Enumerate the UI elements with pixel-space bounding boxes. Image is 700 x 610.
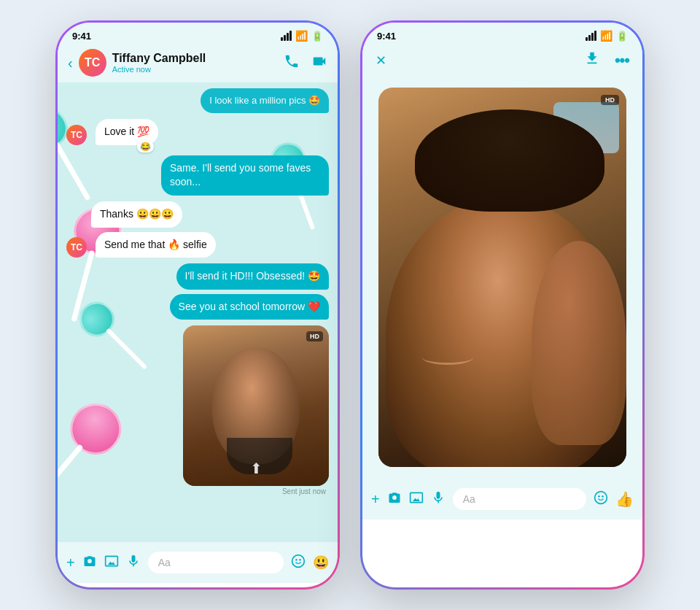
input-bar-left: + Aa 😃 bbox=[58, 542, 338, 583]
download-button[interactable] bbox=[584, 50, 600, 70]
svg-point-0 bbox=[292, 555, 305, 567]
status-icons-right: 📶 🔋 bbox=[586, 30, 628, 42]
message-input-left[interactable]: Aa bbox=[148, 552, 284, 574]
msg-row-3: Same. I'll send you some faves soon... bbox=[66, 155, 329, 196]
mic-icon-left[interactable] bbox=[126, 554, 141, 572]
input-placeholder-left: Aa bbox=[158, 557, 171, 568]
viewer-actions: ••• bbox=[584, 50, 629, 70]
contact-avatar: TC bbox=[79, 49, 106, 77]
signal-icon bbox=[281, 31, 292, 41]
viewer-header: ✕ ••• bbox=[362, 45, 642, 76]
wifi-icon-right: 📶 bbox=[600, 30, 612, 42]
msg-row-5: TC Send me that 🔥 selfie bbox=[66, 232, 329, 258]
viewer-area: HD bbox=[362, 76, 642, 479]
share-icon[interactable]: ⬆ bbox=[250, 460, 262, 477]
hd-badge-chat: HD bbox=[306, 331, 323, 341]
status-bar-right: 9:41 📶 🔋 bbox=[362, 23, 642, 45]
phone-right: 9:41 📶 🔋 ✕ ••• bbox=[360, 20, 645, 590]
phone-left: 9:41 📶 🔋 ‹ TC Tiffany Campbell Active no… bbox=[55, 20, 340, 590]
camera-icon-left[interactable] bbox=[82, 554, 97, 571]
svg-point-3 bbox=[595, 491, 607, 503]
time-left: 9:41 bbox=[72, 31, 91, 42]
mic-icon-right[interactable] bbox=[431, 490, 446, 509]
msg-row-4: Thanks 😀😀😀 bbox=[91, 201, 329, 228]
plus-icon-right[interactable]: + bbox=[371, 491, 380, 508]
time-right: 9:41 bbox=[377, 31, 396, 42]
emoji-icon-left[interactable] bbox=[291, 554, 306, 572]
battery-icon-right: 🔋 bbox=[616, 31, 628, 42]
bubble-5: Send me that 🔥 selfie bbox=[96, 232, 216, 258]
bubble-1: I look like a million pics 🤩 bbox=[201, 88, 329, 113]
sent-time: Sent just now bbox=[110, 487, 329, 495]
chat-header: ‹ TC Tiffany Campbell Active now bbox=[58, 45, 338, 82]
bubble-7: See you at school tomorrow ❤️ bbox=[170, 294, 329, 320]
msg-row-6: I'll send it HD!!! Obsessed! 🤩 bbox=[66, 263, 329, 290]
video-call-icon[interactable] bbox=[311, 53, 327, 73]
msg-avatar-2: TC bbox=[66, 125, 87, 145]
camera-icon-right[interactable] bbox=[387, 490, 402, 509]
input-bar-right: + Aa 👍 bbox=[362, 479, 642, 520]
svg-point-5 bbox=[602, 495, 604, 498]
plus-icon-left[interactable]: + bbox=[66, 555, 75, 571]
battery-icon: 🔋 bbox=[311, 31, 323, 42]
msg-row-2: TC Love it 💯 😂 bbox=[66, 119, 329, 145]
emoji-icon-right[interactable] bbox=[594, 490, 608, 509]
bubble-6: I'll send it HD!!! Obsessed! 🤩 bbox=[176, 263, 329, 290]
status-bar-left: 9:41 📶 🔋 bbox=[58, 23, 338, 45]
contact-name: Tiffany Campbell bbox=[112, 52, 278, 65]
msg-row-photo: HD ⬆ Sent just now bbox=[110, 325, 329, 495]
wifi-icon: 📶 bbox=[295, 30, 308, 42]
like-icon-right[interactable]: 👍 bbox=[615, 490, 634, 508]
msg-row-7: See you at school tomorrow ❤️ bbox=[66, 294, 329, 320]
contact-info: Tiffany Campbell Active now bbox=[112, 52, 278, 74]
phones-container: 9:41 📶 🔋 ‹ TC Tiffany Campbell Active no… bbox=[55, 20, 645, 590]
input-placeholder-right: Aa bbox=[463, 493, 475, 505]
bubble-4: Thanks 😀😀😀 bbox=[91, 201, 182, 228]
sticker-icon-left[interactable]: 😃 bbox=[313, 555, 329, 571]
viewer-hd-badge: HD bbox=[601, 95, 619, 105]
signal-icon-right bbox=[586, 31, 596, 41]
header-action-icons bbox=[284, 53, 327, 73]
message-input-right[interactable]: Aa bbox=[453, 488, 586, 510]
status-icons-left: 📶 🔋 bbox=[281, 30, 323, 42]
call-icon[interactable] bbox=[284, 53, 300, 73]
msg-avatar-5: TC bbox=[66, 237, 87, 258]
svg-point-1 bbox=[295, 559, 298, 561]
gallery-icon-left[interactable] bbox=[104, 554, 119, 572]
viewer-photo[interactable]: HD bbox=[378, 88, 626, 467]
reaction-badge-2: 😂 bbox=[137, 141, 154, 152]
gallery-icon-right[interactable] bbox=[409, 490, 424, 509]
bubble-3: Same. I'll send you some faves soon... bbox=[161, 155, 329, 196]
msg-row-1: I look like a million pics 🤩 bbox=[71, 88, 329, 113]
svg-point-4 bbox=[598, 495, 600, 498]
more-button[interactable]: ••• bbox=[615, 51, 629, 70]
back-button[interactable]: ‹ bbox=[68, 55, 73, 72]
chat-area: I look like a million pics 🤩 TC Love it … bbox=[58, 82, 338, 542]
close-button[interactable]: ✕ bbox=[376, 53, 386, 69]
svg-point-2 bbox=[299, 559, 301, 561]
contact-status: Active now bbox=[112, 65, 278, 74]
